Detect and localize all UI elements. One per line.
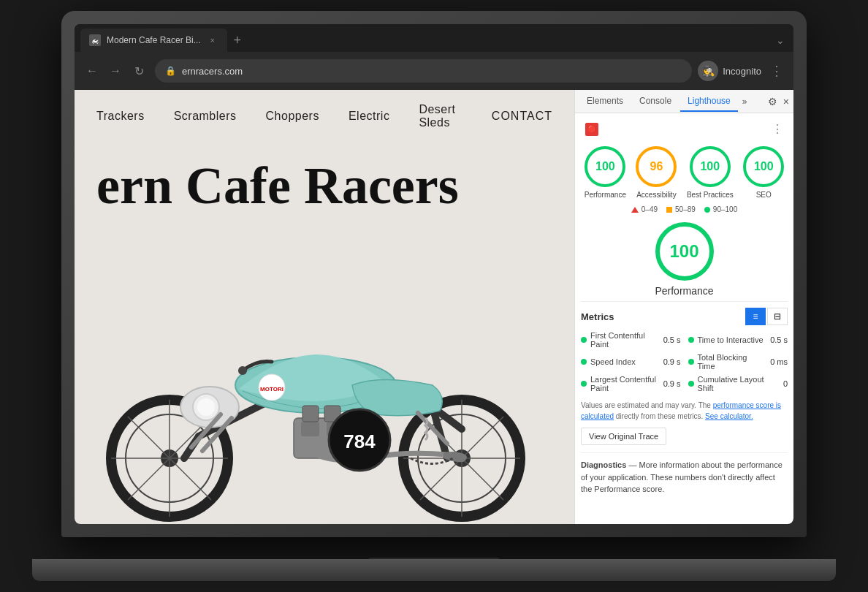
- devtools-panel: Elements Console Lighthouse » ⚙ ×: [574, 90, 793, 524]
- devtools-more-tabs[interactable]: »: [739, 94, 750, 110]
- tti-value: 0.5 s: [770, 335, 788, 344]
- svg-point-18: [238, 366, 247, 375]
- best-practices-label: Best Practices: [687, 190, 734, 200]
- incognito-label: Incognito: [723, 66, 761, 77]
- tbt-name: Total Blocking Time: [698, 353, 767, 371]
- average-icon: [666, 207, 672, 213]
- cls-dot: [688, 381, 694, 387]
- nav-trackers[interactable]: Trackers: [96, 110, 145, 123]
- devtools-body: 🔴 ⋮ 100 Performance: [575, 113, 793, 524]
- big-performance-label: Performance: [655, 285, 713, 297]
- metrics-note: Values are estimated and may vary. The p…: [581, 400, 788, 422]
- lcp-name: Largest Contentful Paint: [590, 375, 660, 392]
- url-text: ernracers.com: [182, 66, 682, 77]
- metric-si: Speed Index 0.9 s: [581, 353, 681, 371]
- tab-lighthouse[interactable]: Lighthouse: [680, 91, 738, 112]
- svg-text:MOTORI: MOTORI: [260, 386, 283, 392]
- metrics-header: Metrics ≡ ⊟: [581, 308, 788, 325]
- hero-title: ern Cafe Racers: [96, 157, 552, 215]
- fcp-dot: [581, 337, 587, 343]
- devtools-tab-bar: Elements Console Lighthouse » ⚙ ×: [575, 90, 793, 113]
- calculator-link[interactable]: See calculator.: [705, 412, 753, 420]
- metric-lcp: Largest Contentful Paint 0.9 s: [581, 375, 681, 392]
- browser-menu-button[interactable]: ⋮: [767, 60, 786, 82]
- lighthouse-icon: 🔴: [585, 123, 598, 136]
- tti-name: Time to Interactive: [698, 335, 767, 344]
- laptop-bottom: [32, 559, 836, 581]
- tab-title: Modern Cafe Racer Bi...: [107, 35, 201, 45]
- fail-range: 0–49: [642, 205, 658, 213]
- svg-text:784: 784: [343, 430, 376, 452]
- grid-view-button[interactable]: ≡: [745, 308, 766, 325]
- lock-icon: 🔒: [165, 66, 176, 76]
- si-name: Speed Index: [590, 357, 660, 366]
- diagnostics-text: Diagnostics — More information about the…: [581, 459, 788, 496]
- nav-contact[interactable]: CONTACT: [492, 110, 552, 123]
- lighthouse-menu-button[interactable]: ⋮: [772, 122, 783, 136]
- lighthouse-header: 🔴 ⋮: [581, 119, 788, 139]
- active-tab[interactable]: 🏍 Modern Cafe Racer Bi... ×: [80, 29, 227, 52]
- lcp-dot: [581, 381, 587, 387]
- tbt-dot: [688, 359, 694, 365]
- fcp-name: First Contentful Paint: [590, 331, 660, 349]
- address-bar[interactable]: 🔒 ernracers.com: [155, 59, 692, 83]
- metrics-title: Metrics: [581, 311, 614, 322]
- devtools-settings-button[interactable]: ⚙: [768, 96, 777, 107]
- score-performance: 100 Performance: [585, 146, 626, 200]
- cls-value: 0: [783, 379, 788, 388]
- si-value: 0.9 s: [663, 357, 681, 366]
- legend-good: 90–100: [704, 205, 737, 213]
- score-legend: 0–49 50–89 90–100: [581, 205, 788, 213]
- svg-rect-20: [301, 422, 319, 436]
- tab-close-button[interactable]: ×: [207, 34, 218, 46]
- accessibility-circle: 96: [636, 146, 677, 187]
- nav-electric[interactable]: Electric: [349, 110, 389, 123]
- devtools-close-button[interactable]: ×: [783, 96, 789, 107]
- big-performance-circle: 100: [655, 222, 714, 281]
- new-tab-button[interactable]: +: [227, 30, 248, 50]
- tab-elements[interactable]: Elements: [579, 91, 631, 112]
- big-score-section: 100 Performance: [581, 222, 788, 297]
- diagnostics-title: Diagnostics: [581, 460, 626, 469]
- score-best-practices: 100 Best Practices: [687, 146, 734, 200]
- laptop-base: [32, 537, 836, 581]
- list-view-button[interactable]: ⊟: [767, 308, 788, 325]
- view-trace-button[interactable]: View Original Trace: [581, 428, 666, 445]
- website-hero: ern Cafe Racers: [75, 143, 574, 222]
- motorcycle-illustration: 784 MOTORI: [75, 232, 574, 524]
- svg-point-17: [197, 398, 215, 416]
- tab-list-button[interactable]: ⌄: [773, 31, 788, 49]
- performance-label: Performance: [585, 190, 626, 200]
- incognito-area: 🕵 Incognito: [698, 61, 761, 81]
- cls-name: Cumulative Layout Shift: [698, 375, 780, 392]
- diagnostics-section: Diagnostics — More information about the…: [581, 452, 788, 496]
- good-range: 90–100: [713, 205, 737, 213]
- nav-buttons: ← → ↻: [82, 61, 149, 81]
- si-dot: [581, 359, 587, 365]
- metrics-grid: First Contentful Paint 0.5 s Time to Int…: [581, 331, 788, 392]
- forward-button[interactable]: →: [105, 61, 126, 81]
- website-navbar: Trackers Scramblers Choppers Electric De…: [75, 90, 574, 143]
- metrics-view-buttons: ≡ ⊟: [745, 308, 788, 325]
- svg-rect-22: [302, 406, 319, 422]
- metric-cls: Cumulative Layout Shift 0: [688, 375, 788, 392]
- nav-scramblers[interactable]: Scramblers: [174, 110, 237, 123]
- score-accessibility: 96 Accessibility: [636, 146, 677, 200]
- seo-label: SEO: [756, 190, 772, 200]
- fcp-value: 0.5 s: [663, 335, 681, 344]
- reload-button[interactable]: ↻: [129, 61, 149, 81]
- score-seo: 100 SEO: [743, 146, 784, 200]
- metric-fcp: First Contentful Paint 0.5 s: [581, 331, 681, 349]
- average-range: 50–89: [675, 205, 696, 213]
- best-practices-circle: 100: [690, 146, 731, 187]
- back-button[interactable]: ←: [82, 61, 102, 81]
- nav-choppers[interactable]: Choppers: [266, 110, 319, 123]
- performance-circle: 100: [585, 146, 625, 187]
- tbt-value: 0 ms: [770, 357, 788, 366]
- tab-bar: 🏍 Modern Cafe Racer Bi... × + ⌄: [75, 24, 793, 52]
- tab-console[interactable]: Console: [632, 91, 679, 112]
- metrics-section: Metrics ≡ ⊟ First Contentful Paint: [581, 301, 788, 452]
- nav-desert-sleds[interactable]: Desert Sleds: [419, 103, 462, 129]
- incognito-icon: 🕵: [698, 61, 718, 81]
- metric-tti: Time to Interactive 0.5 s: [688, 331, 788, 349]
